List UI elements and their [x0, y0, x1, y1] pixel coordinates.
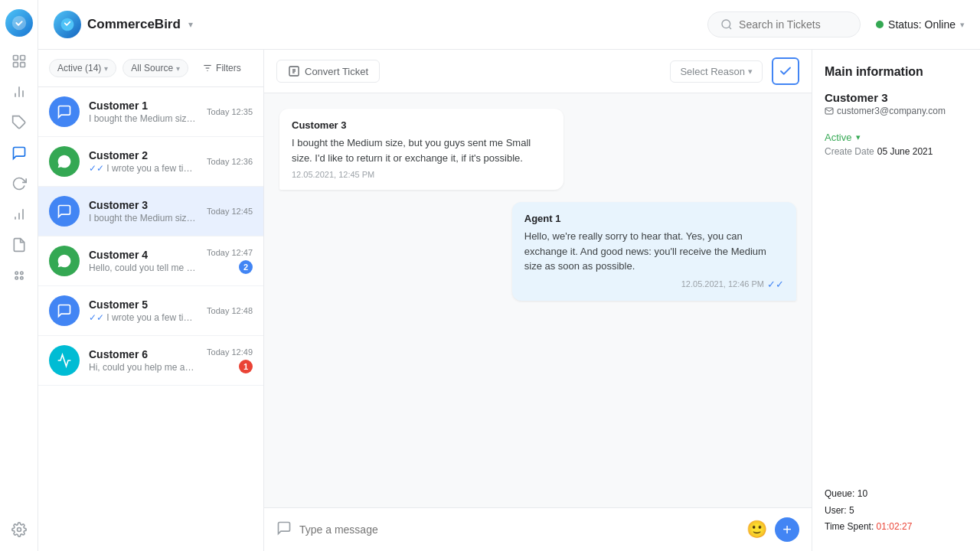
- search-input[interactable]: [739, 18, 848, 31]
- ticket-list: Active (14) ▾ All Source ▾ Filters Custo…: [38, 50, 264, 551]
- agent-bubble: Agent 1 Hello, we're really sorry to hea…: [512, 202, 796, 301]
- main-area: Active (14) ▾ All Source ▾ Filters Custo…: [38, 50, 980, 551]
- email-icon: [825, 106, 834, 116]
- message-time: 12.05.2021, 12:46 PM ✓✓: [524, 279, 784, 290]
- active-filter-chevron: ▾: [104, 64, 108, 73]
- ticket-info: Customer 5 ✓✓ I wrote you a few times be…: [89, 298, 198, 323]
- ticket-name: Customer 1: [89, 99, 198, 112]
- unread-badge: 2: [239, 260, 253, 274]
- ticket-time: Today 12:35: [207, 107, 253, 116]
- filters-icon: [202, 63, 213, 73]
- nav-dashboard[interactable]: [7, 49, 31, 73]
- ticket-name: Customer 4: [89, 249, 198, 261]
- brand-dropdown-icon[interactable]: ▾: [188, 19, 193, 30]
- ticket-info: Customer 2 ✓✓ I wrote you a few times be…: [89, 149, 198, 174]
- send-button[interactable]: +: [775, 517, 799, 542]
- queue-info: Queue: 10 User: 5 Time Spent: 01:02:27: [825, 486, 968, 536]
- queue-row: Queue: 10: [825, 486, 968, 503]
- attachment-icon[interactable]: [276, 520, 292, 540]
- svg-rect-1: [13, 56, 18, 60]
- confirm-button[interactable]: [772, 57, 799, 85]
- ticket-time: Today 12:36: [207, 157, 253, 166]
- ticket-item[interactable]: Customer 5 ✓✓ I wrote you a few times be…: [38, 286, 263, 336]
- convert-ticket-label: Convert Ticket: [305, 66, 368, 77]
- convert-icon: [288, 65, 300, 77]
- filters-label: Filters: [216, 63, 241, 73]
- avatar: [49, 295, 80, 326]
- svg-line-18: [729, 27, 731, 29]
- svg-rect-2: [20, 56, 24, 60]
- svg-point-16: [17, 528, 21, 532]
- source-filter-chip[interactable]: All Source ▾: [122, 59, 188, 77]
- nav-documents[interactable]: [7, 233, 31, 257]
- status-label: Status: Online: [888, 18, 956, 31]
- info-spacer: [825, 166, 968, 477]
- ticket-meta: Today 12:35: [207, 107, 253, 116]
- time-spent-row: Time Spent: 01:02:27: [825, 519, 968, 536]
- check-icon: [779, 64, 792, 78]
- nav-analytics[interactable]: [7, 80, 31, 104]
- source-filter-chevron: ▾: [176, 64, 180, 73]
- active-filter-chip[interactable]: Active (14) ▾: [49, 59, 116, 77]
- source-filter-label: All Source: [131, 63, 173, 73]
- ticket-meta: Today 12:47 2: [207, 248, 253, 274]
- convert-ticket-button[interactable]: Convert Ticket: [276, 60, 380, 83]
- chat-panel: Convert Ticket Select Reason ▾ Customer …: [264, 50, 812, 551]
- customer-message: Customer 3 I bought the Medium size, but…: [279, 109, 564, 190]
- filters-button[interactable]: Filters: [194, 60, 249, 77]
- info-email: customer3@company.com: [825, 106, 968, 116]
- ticket-time: Today 12:49: [207, 347, 253, 357]
- nav-settings[interactable]: [7, 517, 31, 542]
- nav-tags[interactable]: [7, 110, 31, 135]
- brand-name: CommerceBird: [87, 17, 181, 32]
- nav-chart[interactable]: [7, 202, 31, 227]
- active-filter-label: Active (14): [57, 63, 101, 73]
- message-time: 12.05.2021, 12:45 PM: [292, 170, 551, 179]
- header: CommerceBird ▾ Status: Online ▾: [38, 0, 980, 50]
- queue-value: 10: [858, 488, 867, 499]
- svg-point-15: [20, 277, 22, 279]
- create-date-label: Create Date: [825, 146, 874, 157]
- status-badge: Status: Online ▾: [876, 18, 965, 31]
- message-text: I bought the Medium size, but you guys s…: [292, 135, 551, 165]
- ticket-time: Today 12:48: [207, 306, 253, 315]
- chat-input-area: 🙂 +: [264, 507, 812, 551]
- time-spent-label: Time Spent:: [825, 521, 874, 532]
- email-address: customer3@company.com: [837, 106, 946, 116]
- ticket-name: Customer 5: [89, 298, 198, 311]
- svg-point-12: [15, 272, 18, 274]
- svg-rect-3: [13, 63, 18, 67]
- nav-apps[interactable]: [7, 263, 31, 288]
- select-reason-dropdown[interactable]: Select Reason ▾: [670, 60, 763, 83]
- nav-messages[interactable]: [7, 141, 31, 165]
- select-reason-chevron: ▾: [748, 67, 753, 77]
- info-customer-name: Customer 3: [825, 91, 968, 104]
- svg-rect-4: [20, 63, 24, 67]
- ticket-item[interactable]: Customer 6 Hi, could you help me about s…: [38, 336, 263, 386]
- ticket-name: Customer 3: [89, 199, 198, 211]
- time-spent-value: 01:02:27: [877, 521, 913, 532]
- ticket-preview: I bought the Medium size, but you guys..…: [89, 113, 198, 124]
- app-logo: [5, 9, 33, 37]
- emoji-button[interactable]: 🙂: [746, 520, 767, 540]
- message-sender: Agent 1: [524, 213, 784, 224]
- chat-toolbar: Convert Ticket Select Reason ▾: [264, 50, 812, 93]
- ticket-list-header: Active (14) ▾ All Source ▾ Filters: [38, 50, 263, 87]
- status-dropdown-icon[interactable]: ▾: [856, 132, 861, 142]
- avatar: [49, 246, 80, 276]
- status-dropdown-icon[interactable]: ▾: [960, 20, 965, 30]
- message-input[interactable]: [299, 523, 739, 536]
- ticket-time: Today 12:47: [207, 248, 253, 257]
- ticket-item-active[interactable]: Customer 3 I bought the Medium size, but…: [38, 187, 263, 236]
- customer-bubble: Customer 3 I bought the Medium size, but…: [279, 109, 564, 190]
- ticket-item[interactable]: Customer 1 I bought the Medium size, but…: [38, 87, 263, 137]
- ticket-item[interactable]: Customer 2 ✓✓ I wrote you a few times be…: [38, 137, 263, 187]
- ticket-info: Customer 6 Hi, could you help me about s…: [89, 348, 198, 373]
- search-box[interactable]: [707, 11, 861, 37]
- avatar: [49, 345, 80, 376]
- nav-history[interactable]: [7, 171, 31, 196]
- message-sender: Customer 3: [292, 119, 551, 131]
- ticket-item[interactable]: Customer 4 Hello, could you tell me wher…: [38, 236, 263, 286]
- svg-point-13: [20, 272, 22, 274]
- avatar: [49, 196, 80, 227]
